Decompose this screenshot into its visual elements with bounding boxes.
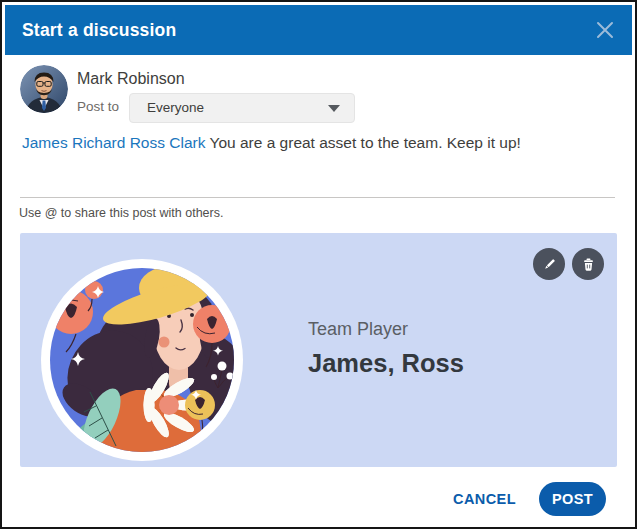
badge-title: Team Player	[308, 319, 464, 340]
mark-robinson-photo	[20, 65, 68, 113]
close-icon	[594, 19, 616, 41]
attachment-actions	[533, 248, 604, 280]
author-name: Mark Robinson	[77, 70, 185, 88]
mention-link[interactable]: James Richard Ross Clark	[22, 134, 205, 151]
attachment-text: Team Player James, Ross	[308, 319, 464, 378]
trash-icon	[581, 257, 596, 272]
post-to-label: Post to	[77, 99, 119, 114]
post-editor[interactable]: James Richard Ross Clark You are a great…	[22, 132, 614, 154]
post-button[interactable]: POST	[539, 482, 606, 516]
dialog-footer: CANCEL POST	[453, 482, 606, 516]
avatar	[20, 65, 68, 113]
mention-helper-text: Use @ to share this post with others.	[19, 206, 223, 220]
pencil-icon	[542, 257, 557, 272]
close-button[interactable]	[591, 16, 619, 44]
message-text: You are a great asset to the team. Keep …	[210, 134, 521, 151]
chevron-down-icon	[328, 105, 340, 112]
audience-dropdown[interactable]: Everyone	[129, 93, 355, 123]
start-discussion-dialog: Start a discussion	[0, 0, 637, 529]
divider	[20, 197, 615, 198]
attachment-card: Team Player James, Ross	[20, 233, 617, 467]
dialog-header: Start a discussion	[5, 5, 632, 55]
team-player-badge-illustration	[40, 258, 244, 462]
delete-attachment-button[interactable]	[572, 248, 604, 280]
recipient-name: James, Ross	[308, 349, 464, 378]
dialog-title: Start a discussion	[22, 5, 176, 55]
edit-attachment-button[interactable]	[533, 248, 565, 280]
cancel-button[interactable]: CANCEL	[453, 491, 516, 507]
audience-selected-value: Everyone	[147, 94, 204, 122]
